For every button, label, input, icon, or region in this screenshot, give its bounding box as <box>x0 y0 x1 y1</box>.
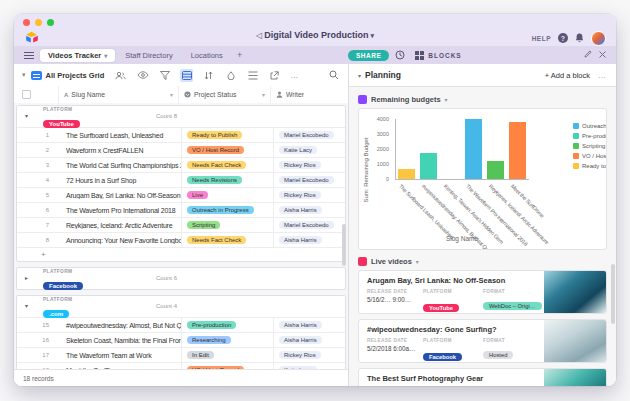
group-icon[interactable] <box>180 69 193 82</box>
hide-fields-icon[interactable] <box>136 69 149 82</box>
edit-icon[interactable] <box>584 50 592 60</box>
cell-writer[interactable]: Aisha Harris <box>273 318 345 332</box>
tab-locations[interactable]: Locations <box>183 49 231 62</box>
user-avatar[interactable] <box>591 31 606 46</box>
table-row[interactable]: 17The Waveform Team at WorkIn EditRickey… <box>17 347 345 362</box>
group-header[interactable]: ▾PLATFORMYouTubeCount 8 <box>17 106 345 127</box>
chevron-right-icon[interactable]: ▸ <box>25 274 28 281</box>
cell-project-status[interactable]: Needs Fact Check <box>181 233 273 247</box>
cell-project-status[interactable]: Pre-production <box>181 318 273 332</box>
cell-writer[interactable]: Aisha Harris <box>273 203 345 217</box>
sort-icon[interactable] <box>202 69 215 82</box>
cell-slug-name[interactable]: Skeleton Coast, Namibia: the Final Front… <box>61 337 181 344</box>
cell-slug-name[interactable]: Reykjanes, Iceland: Arctic Adventure <box>61 222 181 229</box>
views-sidebar-toggle[interactable]: ▾ <box>22 71 26 79</box>
table-row[interactable]: 3The World Cat Surfing Championships 201… <box>17 157 345 172</box>
cell-project-status[interactable]: Live <box>181 188 273 202</box>
color-icon[interactable] <box>224 69 237 82</box>
chevron-down-icon[interactable]: ▾ <box>445 96 448 103</box>
column-header-writer[interactable]: Writer <box>270 86 348 103</box>
add-row-button[interactable]: + <box>17 247 345 261</box>
view-name[interactable]: All Projects Grid <box>46 71 105 80</box>
cell-slug-name[interactable]: Arugam Bay, Sri Lanka: No Off-Season <box>61 192 181 199</box>
cell-slug-name[interactable]: The Waveform Pro International 2018 <box>61 207 181 214</box>
history-icon[interactable] <box>395 46 405 64</box>
cell-writer[interactable]: Aisha Harris <box>273 233 345 247</box>
cell-project-status[interactable]: VO / Host Record <box>181 143 273 157</box>
cell-writer[interactable]: Mariel Escobedo <box>273 128 345 142</box>
sidebar-menu-icon[interactable] <box>24 46 34 64</box>
live-video-card[interactable]: Arugam Bay, Sri Lanka: No Off-SeasonRELE… <box>358 270 607 314</box>
question-icon[interactable]: ? <box>558 33 568 43</box>
cell-writer[interactable]: Rickey Rios <box>273 188 345 202</box>
tab-videos-tracker[interactable]: Videos Tracker▾ <box>40 49 115 62</box>
cell-slug-name[interactable]: The Surfboard Leash, Unleashed <box>61 132 181 139</box>
cell-project-status[interactable]: Researching <box>181 333 273 347</box>
collaborators-icon[interactable] <box>114 69 127 82</box>
base-title[interactable]: ◁Digital Video Production▾ <box>14 30 616 40</box>
bar-4[interactable] <box>465 119 482 179</box>
row-height-icon[interactable] <box>246 69 259 82</box>
cell-writer[interactable]: Mariel Escobedo <box>273 173 345 187</box>
share-button[interactable]: SHARE <box>348 50 389 61</box>
group-header[interactable]: ▾PLATFORM.comCount 4 <box>17 296 345 317</box>
zoom-window-button[interactable] <box>47 19 54 26</box>
cell-slug-name[interactable]: #wipeoutwednesday: Almost, But Not Quite <box>61 322 181 329</box>
cell-slug-name[interactable]: The Waveform Team at Work <box>61 352 181 359</box>
tab-staff-directory[interactable]: Staff Directory <box>117 49 180 62</box>
vertical-scrollbar[interactable] <box>611 264 615 324</box>
cell-project-status[interactable]: Ready to Publish <box>181 128 273 142</box>
column-header-project-status[interactable]: Project Status ▾ <box>178 86 270 103</box>
search-icon[interactable] <box>327 69 340 82</box>
more-options-icon[interactable]: … <box>598 71 607 80</box>
chevron-down-icon[interactable]: ▾ <box>358 72 361 79</box>
cell-writer[interactable]: Rickey Rios <box>273 348 345 362</box>
table-row[interactable]: 5Arugam Bay, Sri Lanka: No Off-SeasonLiv… <box>17 187 345 202</box>
cell-project-status[interactable]: Outreach in Progress <box>181 203 273 217</box>
blocks-page-title[interactable]: Planning <box>365 70 401 80</box>
more-options-icon[interactable]: … <box>290 71 299 80</box>
add-table-button[interactable]: + <box>233 49 247 62</box>
select-all-checkbox[interactable] <box>22 90 31 99</box>
bar-6[interactable] <box>509 122 526 179</box>
chart-block-title[interactable]: Remaining budgets <box>371 95 441 104</box>
live-video-card[interactable]: The Best Surf Photography GearRELEASE DA… <box>358 368 607 386</box>
filter-icon[interactable] <box>158 69 171 82</box>
bar-2[interactable] <box>420 153 437 179</box>
cell-slug-name[interactable]: The World Cat Surfing Championships 2018 <box>61 162 181 169</box>
close-window-button[interactable] <box>23 19 30 26</box>
chevron-down-icon[interactable]: ▾ <box>25 302 28 309</box>
bell-icon[interactable] <box>575 29 584 47</box>
add-block-button[interactable]: + Add a block <box>545 71 590 80</box>
cell-project-status[interactable]: Needs Revisions <box>181 173 273 187</box>
cell-project-status[interactable]: Needs Fact Check <box>181 158 273 172</box>
chevron-down-icon[interactable]: ▾ <box>25 112 28 119</box>
chevron-down-icon[interactable]: ▾ <box>262 91 265 98</box>
chevron-down-icon[interactable]: ▾ <box>170 91 173 98</box>
cell-project-status[interactable]: In Edit <box>181 348 273 362</box>
cell-slug-name[interactable]: Announcing: Your New Favorite Longboard <box>61 237 181 244</box>
cell-slug-name[interactable]: 72 Hours in a Surf Shop <box>61 177 181 184</box>
cell-writer[interactable]: Rickey Rios <box>273 158 345 172</box>
table-row[interactable]: 16Skeleton Coast, Namibia: the Final Fro… <box>17 332 345 347</box>
minimize-window-button[interactable] <box>35 19 42 26</box>
cell-slug-name[interactable]: Waveform x CrestFALLEN <box>61 147 181 154</box>
cell-project-status[interactable]: Scripting <box>181 218 273 232</box>
cell-writer[interactable]: Katie Lacy <box>273 143 345 157</box>
column-header-slug-name[interactable]: A Slug Name ▾ <box>58 86 178 103</box>
table-row[interactable]: 7Reykjanes, Iceland: Arctic AdventureScr… <box>17 217 345 232</box>
cell-writer[interactable]: Mariel Escobedo <box>273 218 345 232</box>
chevron-down-icon[interactable]: ▾ <box>416 258 419 265</box>
cell-writer[interactable]: Aisha Harris <box>273 333 345 347</box>
vertical-scrollbar[interactable] <box>342 224 346 266</box>
help-button[interactable]: HELP <box>532 35 551 42</box>
live-video-card[interactable]: #wipeoutwednesday: Gone Surfing?RELEASE … <box>358 319 607 363</box>
share-view-icon[interactable] <box>268 69 281 82</box>
live-block-title[interactable]: Live videos <box>371 257 412 266</box>
table-row[interactable]: 2Waveform x CrestFALLENVO / Host RecordK… <box>17 142 345 157</box>
table-row[interactable]: 472 Hours in a Surf ShopNeeds RevisionsM… <box>17 172 345 187</box>
table-row[interactable]: 6The Waveform Pro International 2018Outr… <box>17 202 345 217</box>
close-icon[interactable] <box>599 51 606 60</box>
group-header[interactable]: ▸PLATFORMFacebookCount 6 <box>17 268 345 289</box>
bar-5[interactable] <box>487 161 504 179</box>
